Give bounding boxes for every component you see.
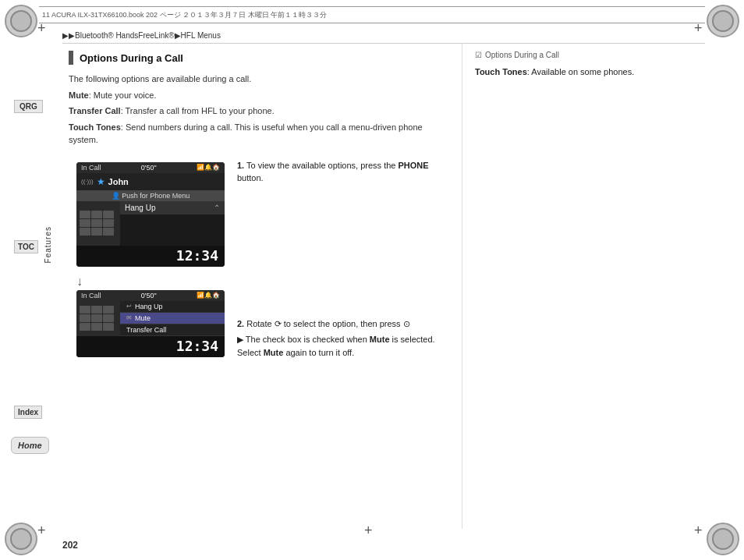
phone-header-1: In Call 0'50" 📶🔔🏠 <box>76 162 225 173</box>
phone-body-2: ↩ Hang Up ✉ Mute Transfer Call <box>76 301 225 336</box>
menu-item-mute: ✉ Mute <box>120 313 225 324</box>
arrow-down: ↓ <box>76 275 83 289</box>
key-a2 <box>91 306 102 314</box>
step-2-bullet-line: ▶ The check box is checked when Mute is … <box>237 333 449 359</box>
transfer-label: Transfer Call <box>69 106 121 115</box>
section-desc-1: The following options are available duri… <box>69 73 449 86</box>
sidebar: QRG TOC Features Index Home <box>0 0 56 560</box>
sidebar-item-home[interactable]: Home <box>11 437 49 454</box>
hang-up-line: Hang Up ⌃ <box>120 201 225 214</box>
contact-area: ((·))) ★ John <box>76 173 225 190</box>
top-right-circle-inner <box>712 10 734 32</box>
step-1-phone-label: PHONE <box>399 161 429 170</box>
key-a4 <box>80 314 90 322</box>
hangup-label: Hang Up <box>135 303 163 310</box>
section-title-block: Options During a Call <box>69 51 449 65</box>
keypad-area-2 <box>76 301 120 336</box>
call-label-1: In Call <box>81 164 101 172</box>
right-section-label-text: Options During a Call <box>485 51 559 59</box>
right-section-header: ☑ Options During a Call <box>475 51 732 59</box>
transfer-menu-label: Transfer Call <box>126 326 166 334</box>
step-2-text: Rotate <box>246 319 271 328</box>
section-touchtones-line: Touch Tones: Send numbers during a call.… <box>69 121 449 147</box>
step-2-mute2: Mute <box>264 348 284 357</box>
menu-item-hangup: ↩ Hang Up <box>120 301 225 313</box>
sidebar-item-index[interactable]: Index <box>14 406 42 419</box>
call-icons-1: 📶🔔🏠 <box>197 164 220 171</box>
phone-time-1: 12:34 <box>76 246 225 267</box>
sidebar-features-label: Features <box>44 226 52 263</box>
menu-hint-text: Push for Phone Menu <box>122 192 190 200</box>
step-2: 2. Rotate ⟳ to select the option, then p… <box>237 317 449 360</box>
step-2-mute: Mute <box>370 335 390 344</box>
left-column: Options During a Call The following opti… <box>56 43 462 529</box>
menu-hint-icon: 👤 <box>112 192 120 200</box>
section-heading: Options During a Call <box>80 52 183 64</box>
title-bar-decoration <box>69 51 73 65</box>
phone-menu-list: ↩ Hang Up ✉ Mute Transfer Call <box>120 301 225 336</box>
right-column: ☑ Options During a Call Touch Tones: Ava… <box>462 43 744 529</box>
star-icon: ★ <box>97 176 105 187</box>
key-9 <box>103 228 114 236</box>
step-2-bullet: ▶ <box>237 335 243 344</box>
key-a5 <box>91 314 102 322</box>
phone-menu-overlay: 👤 Push for Phone Menu <box>76 190 225 201</box>
section-transfer-line: Transfer Call: Transfer a call from HFL … <box>69 105 449 118</box>
steps-area: 1. To view the available options, press … <box>237 153 449 370</box>
step-2-rotate-symbol: ⟳ <box>275 319 284 328</box>
key-a9 <box>103 323 114 331</box>
mute-desc: : Mute your voice. <box>89 90 157 100</box>
key-a3 <box>103 306 114 314</box>
phone-body: Hang Up ⌃ <box>76 201 225 246</box>
step-2-press-symbol: ⊙ <box>403 319 410 328</box>
right-desc: Available on some phones. <box>531 67 634 76</box>
key-a7 <box>80 323 90 331</box>
mute-menu-label: Mute <box>135 314 151 322</box>
key-1 <box>80 211 90 218</box>
key-6 <box>103 219 114 227</box>
sidebar-item-toc[interactable]: TOC <box>14 240 38 253</box>
keypad-grid-2 <box>80 306 114 331</box>
key-7 <box>80 228 90 236</box>
breadcrumb-text: ▶▶Bluetooth® HandsFreeLink®▶HFL Menus <box>62 31 221 40</box>
key-3 <box>103 211 114 218</box>
right-touchtones-label: Touch Tones <box>475 67 527 76</box>
step-2-bullet-text: The check box is checked when <box>246 335 367 344</box>
key-8 <box>91 228 102 236</box>
keypad-area-1 <box>76 201 120 246</box>
key-a6 <box>103 314 114 322</box>
call-label-2: In Call <box>81 292 101 299</box>
hangup-icon: ↩ <box>126 303 132 310</box>
call-time-2: 0'50" <box>141 292 157 299</box>
key-5 <box>91 219 102 227</box>
step-1-num: 1. <box>237 161 244 170</box>
transfer-desc: : Transfer a call from HFL to your phone… <box>121 106 275 115</box>
phone-screen-1: In Call 0'50" 📶🔔🏠 ((·))) ★ John 👤 Push f… <box>76 162 225 267</box>
top-bar-text: 11 ACURA ILX-31TX66100.book 202 ページ ２０１３… <box>42 10 327 20</box>
contact-name: John <box>108 177 129 186</box>
key-a8 <box>91 323 102 331</box>
hang-up-label: Hang Up <box>125 204 155 212</box>
step-2-num: 2. <box>237 319 244 328</box>
phone-screens: In Call 0'50" 📶🔔🏠 ((·))) ★ John 👤 Push f… <box>76 162 225 370</box>
hang-up-arrow: ⌃ <box>214 204 220 212</box>
phone-header-2: In Call 0'50" 📶🔔🏠 <box>76 290 225 301</box>
section-mute-line: Mute: Mute your voice. <box>69 89 449 102</box>
call-icons-2: 📶🔔🏠 <box>197 292 220 299</box>
key-a1 <box>80 306 90 314</box>
right-colon: : <box>527 67 530 76</box>
touchtones-label: Touch Tones <box>69 122 121 132</box>
step-2-text2: to select the option, then press <box>284 319 401 328</box>
phone-knob <box>193 214 225 246</box>
right-content: Touch Tones: Available on some phones. <box>475 66 732 79</box>
step-1-text2: button. <box>237 173 264 183</box>
key-4 <box>80 219 90 227</box>
touchtones-desc: : Send numbers during a call. This is us… <box>69 122 423 145</box>
sidebar-item-qrg[interactable]: QRG <box>14 100 43 113</box>
phone-screen-2: In Call 0'50" 📶🔔🏠 <box>76 290 225 357</box>
call-time-1: 0'50" <box>141 164 157 172</box>
step-1-text: To view the available options, press the <box>246 161 395 170</box>
top-bar: 11 ACURA ILX-31TX66100.book 202 ページ ２０１３… <box>39 6 705 23</box>
menu-item-transfer: Transfer Call <box>120 324 225 336</box>
key-2 <box>91 211 102 218</box>
